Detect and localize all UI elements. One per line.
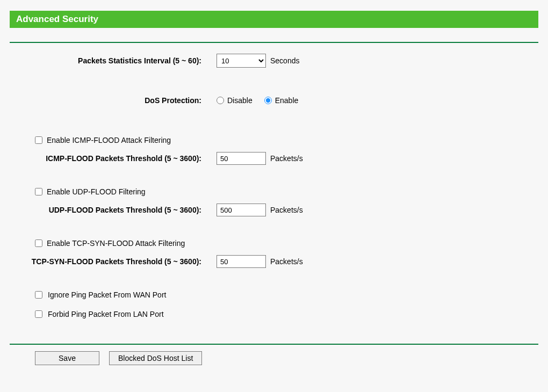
- tcp-threshold-input[interactable]: [217, 255, 266, 268]
- button-row: Save Blocked DoS Host List: [10, 351, 538, 365]
- ping-lan-row: Forbid Ping Packet From LAN Port: [10, 307, 538, 321]
- page-title: Advanced Security: [10, 11, 538, 28]
- stats-interval-row: Packets Statistics Interval (5 ~ 60): 10…: [10, 54, 538, 68]
- tcp-threshold-label: TCP-SYN-FLOOD Packets Threshold (5 ~ 360…: [10, 257, 217, 266]
- icmp-threshold-input[interactable]: [217, 152, 266, 165]
- icmp-enable-label: Enable ICMP-FLOOD Attack Filtering: [47, 136, 171, 144]
- udp-threshold-label: UDP-FLOOD Packets Threshold (5 ~ 3600):: [10, 206, 217, 214]
- udp-enable-label: Enable UDP-FLOOD Filtering: [47, 187, 146, 196]
- icmp-enable-row: Enable ICMP-FLOOD Attack Filtering: [10, 133, 538, 147]
- dos-disable-radio[interactable]: [217, 97, 224, 104]
- icmp-threshold-unit: Packets/s: [270, 154, 303, 163]
- icmp-threshold-label: ICMP-FLOOD Packets Threshold (5 ~ 3600):: [10, 154, 217, 163]
- udp-threshold-input[interactable]: [217, 204, 266, 216]
- udp-enable-row: Enable UDP-FLOOD Filtering: [10, 185, 538, 199]
- dos-protection-label: DoS Protection:: [10, 96, 217, 105]
- divider-top: [10, 42, 538, 43]
- icmp-threshold-row: ICMP-FLOOD Packets Threshold (5 ~ 3600):…: [10, 151, 538, 165]
- ping-lan-label: Forbid Ping Packet From LAN Port: [48, 310, 164, 318]
- ping-wan-checkbox[interactable]: [35, 291, 42, 299]
- udp-threshold-row: UDP-FLOOD Packets Threshold (5 ~ 3600): …: [10, 203, 538, 217]
- udp-enable-checkbox[interactable]: [35, 188, 42, 195]
- stats-interval-select[interactable]: 10: [217, 54, 266, 68]
- tcp-threshold-row: TCP-SYN-FLOOD Packets Threshold (5 ~ 360…: [10, 255, 538, 268]
- stats-interval-label: Packets Statistics Interval (5 ~ 60):: [10, 56, 217, 65]
- icmp-enable-checkbox[interactable]: [35, 136, 42, 144]
- dos-protection-row: DoS Protection: Disable Enable: [10, 93, 538, 107]
- stats-interval-unit: Seconds: [270, 56, 299, 65]
- dos-enable-radio[interactable]: [264, 97, 272, 104]
- divider-bottom: [10, 344, 538, 345]
- ping-lan-checkbox[interactable]: [35, 310, 42, 318]
- tcp-enable-checkbox[interactable]: [35, 239, 42, 247]
- ping-wan-label: Ignore Ping Packet From WAN Port: [48, 291, 166, 299]
- ping-wan-row: Ignore Ping Packet From WAN Port: [10, 288, 538, 302]
- dos-enable-label: Enable: [275, 96, 299, 105]
- tcp-enable-label: Enable TCP-SYN-FLOOD Attack Filtering: [47, 239, 185, 248]
- blocked-host-list-button[interactable]: Blocked DoS Host List: [109, 351, 202, 365]
- tcp-enable-row: Enable TCP-SYN-FLOOD Attack Filtering: [10, 236, 538, 250]
- dos-disable-label: Disable: [227, 96, 253, 105]
- tcp-threshold-unit: Packets/s: [270, 257, 303, 266]
- save-button[interactable]: Save: [35, 351, 99, 365]
- udp-threshold-unit: Packets/s: [270, 206, 303, 214]
